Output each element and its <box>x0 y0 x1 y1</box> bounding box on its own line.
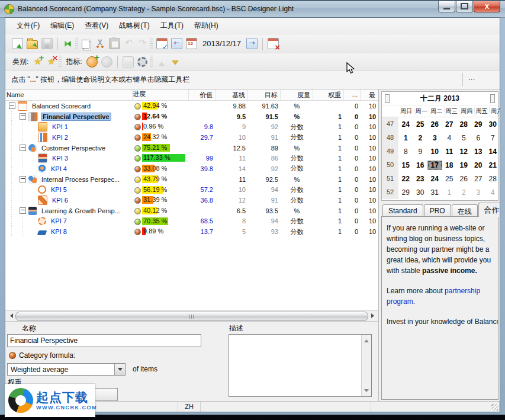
tab-0[interactable]: Standard <box>382 204 423 217</box>
column-header-8[interactable]: 最 <box>361 89 378 100</box>
horizontal-scrollbar[interactable] <box>5 310 378 321</box>
calendar-day[interactable]: 22 <box>398 174 413 184</box>
calendar-day[interactable]: 29 <box>398 188 413 197</box>
calendar-day[interactable]: 4 <box>485 188 500 197</box>
item-name[interactable]: Customer Perspective <box>40 144 107 152</box>
open-folder-icon[interactable] <box>27 40 38 49</box>
maximize-button[interactable] <box>456 1 473 12</box>
close-button[interactable]: X <box>474 1 500 12</box>
menu-item-2[interactable]: 查看(V) <box>79 19 114 33</box>
table-row-group[interactable]: Balanced Scorecard42.94 %9.8891.63%010 <box>5 101 378 111</box>
calendar-day[interactable]: 24 <box>398 120 413 129</box>
calendar-day[interactable]: 25 <box>413 120 428 129</box>
calendar-day[interactable]: 8 <box>398 147 413 156</box>
kpi-add-icon[interactable] <box>86 56 98 68</box>
column-header-3[interactable]: 基线 <box>215 89 248 100</box>
table-row-kpi[interactable]: KPI 770.35 %68.5894分数1010 <box>5 216 378 227</box>
resize-grip[interactable] <box>491 404 498 411</box>
table-header-row[interactable]: Name进度价值基线目标度量权重...最 <box>5 89 378 101</box>
tree-expander[interactable] <box>20 113 26 120</box>
mission-more-button[interactable]: ... <box>465 74 478 81</box>
calendar-day[interactable]: 3 <box>427 133 442 143</box>
column-header-7[interactable]: ... <box>344 89 361 100</box>
calendar-day[interactable]: 2 <box>413 133 428 143</box>
calendar-day[interactable]: 6 <box>471 133 486 143</box>
calendar-day[interactable]: 30 <box>485 120 500 129</box>
calendar-day[interactable]: 11 <box>442 147 457 156</box>
menu-item-5[interactable]: 帮助(H) <box>189 19 224 33</box>
calendar-day[interactable]: 27 <box>442 120 457 129</box>
calendar-day[interactable]: 16 <box>413 161 428 170</box>
item-name[interactable]: Financial Perspective <box>41 113 111 121</box>
prev-date-icon[interactable]: ← <box>171 38 182 49</box>
item-name[interactable]: KPI 3 <box>50 154 70 162</box>
calendar-remove-icon[interactable] <box>268 38 279 49</box>
calendar-day[interactable]: 15 <box>398 161 413 170</box>
table-row-kpi[interactable]: KPI 433.08 %39.81492分数1010 <box>5 163 378 174</box>
menu-item-4[interactable]: 工具(T) <box>155 19 189 33</box>
table-row-group[interactable]: Learning & Growth Persp...40.12 %6.593.5… <box>5 206 378 216</box>
calendar-day[interactable]: 1 <box>442 188 457 197</box>
calendar-day[interactable]: 14 <box>485 147 500 156</box>
tree-expander[interactable] <box>20 176 26 182</box>
description-textarea[interactable] <box>229 334 372 397</box>
star-remove-icon[interactable]: ★ <box>46 57 56 67</box>
column-header-0[interactable]: Name <box>5 89 133 100</box>
calendar-day[interactable]: 9 <box>413 147 428 156</box>
calendar-day[interactable]: 4 <box>442 133 457 143</box>
column-header-4[interactable]: 目标 <box>248 89 281 100</box>
calendar-day[interactable]: 18 <box>442 161 457 170</box>
next-date-icon[interactable]: → <box>246 38 258 49</box>
table-row-kpi[interactable]: KPI 224.32 %29.71091分数1010 <box>5 132 378 143</box>
title-bar[interactable]: Balanced Scorecard (Company Strategy - S… <box>0 1 505 18</box>
vertical-scrollbar[interactable] <box>361 335 371 396</box>
calendar-day[interactable]: 10 <box>427 147 442 156</box>
formula-dropdown[interactable]: Weighted average <box>7 363 126 376</box>
calendar-day[interactable]: 24 <box>427 174 442 184</box>
calendar-day[interactable]: 30 <box>413 188 428 197</box>
calendar-day[interactable]: 29 <box>471 120 486 129</box>
calendar-day[interactable]: 31 <box>427 188 442 197</box>
table-row-kpi[interactable]: KPI 3117.33 %991186分数1010 <box>5 153 378 163</box>
tree-expander[interactable] <box>9 102 15 109</box>
move-down-icon[interactable] <box>170 57 180 67</box>
calendar-day[interactable]: 26 <box>427 120 442 129</box>
item-name[interactable]: KPI 5 <box>49 185 69 194</box>
new-file-icon[interactable] <box>12 38 23 49</box>
dropdown-arrow-button[interactable] <box>114 364 125 375</box>
item-name[interactable]: KPI 4 <box>49 165 69 173</box>
name-input[interactable] <box>7 334 201 347</box>
calendar-day[interactable]: 3 <box>471 188 486 197</box>
calendar-date-icon[interactable] <box>186 38 197 49</box>
table-row-kpi[interactable]: KPI 89.89 %13.7593分数1010 <box>5 226 378 237</box>
calendar-check-icon[interactable] <box>156 38 168 49</box>
table-row-kpi[interactable]: KPI 556.19 %57.21094分数1010 <box>5 185 378 195</box>
table-row-kpi[interactable]: KPI 10.96 %9.8992分数1010 <box>5 121 378 132</box>
table-row-group[interactable]: Financial Perspective12.64 %9.591.5%1010 <box>5 111 378 122</box>
calendar-day[interactable]: 7 <box>485 133 500 143</box>
item-name[interactable]: Internal Process Perspec... <box>40 175 121 184</box>
calendar-day[interactable]: 19 <box>456 161 471 170</box>
scrollbar-thumb[interactable] <box>15 312 368 321</box>
item-name[interactable]: Balanced Scorecard <box>30 102 92 110</box>
gear-icon[interactable] <box>137 57 147 67</box>
menu-item-1[interactable]: 编辑(E) <box>45 19 79 33</box>
table-row-group[interactable]: Internal Process Perspec...43.79 %1192.5… <box>5 174 378 185</box>
calendar-day[interactable]: 28 <box>485 174 500 184</box>
table-row-group[interactable]: Customer Perspective75.21 %12.589%1010 <box>5 143 378 153</box>
calendar-day-selected[interactable]: 17 <box>427 161 442 170</box>
item-name[interactable]: KPI 7 <box>49 217 69 225</box>
copy-icon[interactable] <box>82 40 89 49</box>
calendar-day[interactable]: 26 <box>456 174 471 184</box>
cut-icon[interactable] <box>95 39 105 49</box>
item-name[interactable]: KPI 2 <box>50 133 70 142</box>
item-name[interactable]: Learning & Growth Persp... <box>40 207 122 215</box>
calendar-day[interactable]: 12 <box>456 147 471 156</box>
calendar-day[interactable]: 23 <box>413 174 428 184</box>
tree-expander[interactable] <box>20 207 26 214</box>
column-header-6[interactable]: 权重 <box>313 89 344 100</box>
calendar-day[interactable]: 20 <box>471 161 486 170</box>
item-name[interactable]: KPI 1 <box>50 123 70 131</box>
calendar-day[interactable]: 25 <box>442 174 457 184</box>
calendar-day[interactable]: 5 <box>456 133 471 143</box>
